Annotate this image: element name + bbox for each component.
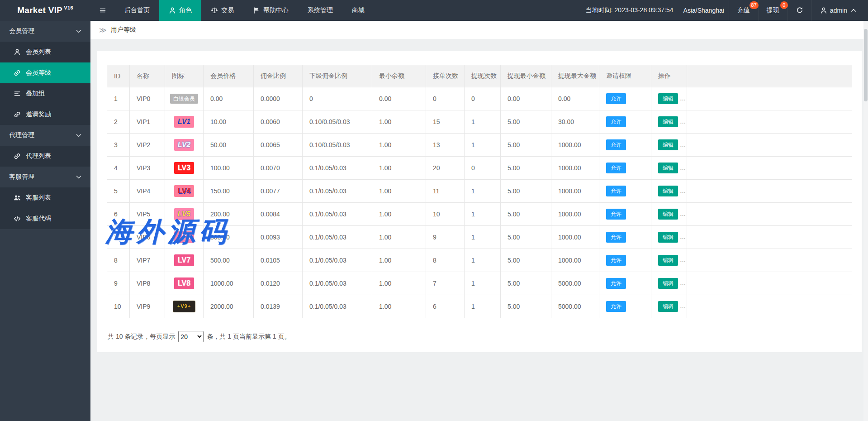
- allow-button[interactable]: 允许: [606, 255, 626, 266]
- edit-button[interactable]: 编辑: [658, 93, 678, 104]
- cell: VIP2: [130, 134, 165, 157]
- cell: 1000.00: [551, 249, 599, 272]
- nav-item-system[interactable]: 系统管理: [298, 0, 342, 21]
- allow-button[interactable]: 允许: [606, 209, 626, 220]
- cell: 0.1/0.05/0.03: [303, 272, 372, 295]
- cell: 0.0120: [254, 272, 303, 295]
- cell: 0.0084: [254, 203, 303, 226]
- more-actions[interactable]: …: [680, 118, 686, 125]
- allow-button[interactable]: 允许: [606, 139, 626, 150]
- sidebar-item-stack-group[interactable]: 叠加组: [0, 83, 90, 104]
- sidebar-item-invite-reward[interactable]: 邀请奖励: [0, 104, 90, 125]
- cell: 30.00: [551, 110, 599, 134]
- cell: 5: [107, 180, 130, 203]
- table-row: 6VIP5LV5200.000.00840.1/0.05/0.031.00101…: [107, 203, 852, 226]
- allow-button[interactable]: 允许: [606, 301, 626, 312]
- more-actions[interactable]: …: [680, 141, 686, 148]
- more-actions[interactable]: …: [680, 164, 686, 171]
- allow-button[interactable]: 允许: [606, 186, 626, 196]
- allow-button[interactable]: 允许: [606, 163, 626, 173]
- cell: 10: [426, 203, 465, 226]
- nav-item-dashboard[interactable]: 后台首页: [115, 0, 159, 21]
- edit-button[interactable]: 编辑: [658, 255, 678, 266]
- cell-level-icon: LV7: [165, 249, 204, 272]
- cell: VIP8: [130, 272, 165, 295]
- nav-item-help-center[interactable]: 帮助中心: [243, 0, 298, 21]
- cell: 1000.00: [551, 134, 599, 157]
- sidebar-item-label: 客服列表: [26, 194, 51, 202]
- more-actions[interactable]: …: [680, 210, 686, 217]
- withdraw-button[interactable]: 提现 0: [758, 0, 787, 21]
- column-header: 邀请权限: [599, 65, 651, 87]
- cell: 9: [426, 226, 465, 249]
- cell-invite: 允许: [599, 87, 651, 110]
- more-actions[interactable]: …: [680, 280, 686, 287]
- nav-item-label: 后台首页: [124, 6, 150, 14]
- edit-button[interactable]: 编辑: [658, 186, 678, 196]
- recharge-label: 充值: [737, 6, 750, 14]
- edit-button[interactable]: 编辑: [658, 209, 678, 220]
- cell: 5.00: [501, 249, 551, 272]
- cell: 10: [107, 295, 130, 318]
- nav-item-roles[interactable]: 角色: [159, 0, 201, 21]
- app-logo: Market VIP V16: [0, 0, 90, 21]
- refresh-icon: [796, 7, 803, 14]
- cell: 5.00: [501, 134, 551, 157]
- sidebar-toggle-button[interactable]: [90, 0, 115, 21]
- cell: 11: [426, 180, 465, 203]
- edit-button[interactable]: 编辑: [658, 163, 678, 173]
- nav-item-trade[interactable]: 交易: [201, 0, 243, 21]
- cell: 1.00: [372, 226, 426, 249]
- allow-button[interactable]: 允许: [606, 278, 626, 289]
- page-size-select[interactable]: 20: [178, 331, 204, 342]
- sidebar-item-service-code[interactable]: 客服代码: [0, 208, 90, 229]
- table-row: 7VIP6LV6300.000.00930.1/0.05/0.031.00915…: [107, 226, 852, 249]
- edit-button[interactable]: 编辑: [658, 301, 678, 312]
- cell: 6: [426, 295, 465, 318]
- cell: 150.00: [204, 180, 254, 203]
- pagination-suffix: 条，共 1 页当前显示第 1 页。: [207, 333, 290, 341]
- cell: 10.00: [204, 110, 254, 134]
- allow-button[interactable]: 允许: [606, 232, 626, 243]
- header-row: ID名称图标会员价格佣金比例下级佣金比例最小余额接单次数提现次数提现最小金额提现…: [107, 65, 852, 87]
- nav-item-label: 交易: [221, 6, 234, 14]
- recharge-button[interactable]: 充值 87: [729, 0, 758, 21]
- edit-button[interactable]: 编辑: [658, 116, 678, 127]
- sidebar-group-member-management[interactable]: 会员管理: [0, 21, 90, 42]
- scrollbar-thumb[interactable]: [864, 29, 868, 101]
- refresh-button[interactable]: [787, 0, 811, 21]
- nav-item-mall[interactable]: 商城: [342, 0, 374, 21]
- cell: 5.00: [501, 295, 551, 318]
- sidebar-item-label: 会员列表: [26, 48, 51, 56]
- more-actions[interactable]: …: [680, 187, 686, 194]
- level-badge: +V9+: [173, 301, 195, 312]
- cell: 5.00: [501, 203, 551, 226]
- column-header: 最小余额: [372, 65, 426, 87]
- more-actions[interactable]: …: [680, 95, 686, 102]
- more-actions[interactable]: …: [680, 234, 686, 240]
- more-actions[interactable]: …: [680, 303, 686, 310]
- sidebar-group-service-management[interactable]: 客服管理: [0, 167, 90, 187]
- cell: 300.00: [204, 226, 254, 249]
- user-menu[interactable]: admin: [811, 0, 868, 21]
- more-actions[interactable]: …: [680, 257, 686, 263]
- cell: 5.00: [501, 110, 551, 134]
- cell: 100.00: [204, 157, 254, 180]
- recharge-count-badge: 87: [749, 1, 759, 9]
- edit-button[interactable]: 编辑: [658, 278, 678, 289]
- cell: 0.0105: [254, 249, 303, 272]
- edit-button[interactable]: 编辑: [658, 139, 678, 150]
- sidebar-item-agent-list[interactable]: 代理列表: [0, 146, 90, 167]
- sidebar-item-service-list[interactable]: 客服列表: [0, 187, 90, 208]
- allow-button[interactable]: 允许: [606, 93, 626, 104]
- sidebar-group-label: 客服管理: [9, 173, 34, 181]
- scrollbar[interactable]: [863, 21, 868, 421]
- sidebar-group-agent-management[interactable]: 代理管理: [0, 125, 90, 146]
- user-level-table: ID名称图标会员价格佣金比例下级佣金比例最小余额接单次数提现次数提现最小金额提现…: [107, 65, 852, 318]
- sidebar-item-member-list[interactable]: 会员列表: [0, 42, 90, 62]
- sidebar-item-member-level[interactable]: 会员等级: [0, 62, 90, 83]
- column-header: 名称: [130, 65, 165, 87]
- level-badge: LV8: [174, 277, 194, 289]
- edit-button[interactable]: 编辑: [658, 232, 678, 243]
- allow-button[interactable]: 允许: [606, 116, 626, 127]
